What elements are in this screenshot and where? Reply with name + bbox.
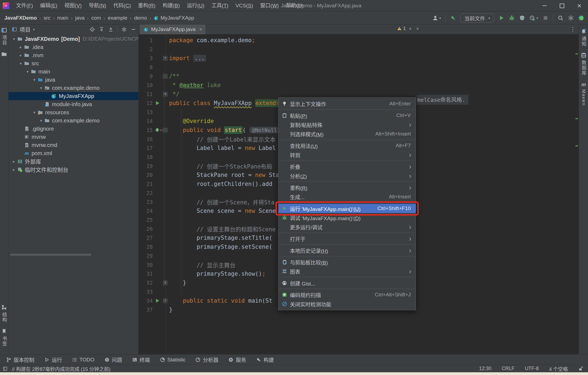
toolwindow-button-Maven[interactable]: mMaven <box>581 81 587 108</box>
context-menu-item[interactable]: 关闭实时检测功能 <box>278 299 416 309</box>
build-hammer-button[interactable] <box>450 15 456 21</box>
run-gutter-icon[interactable] <box>156 299 159 303</box>
tree-item-.idea[interactable]: ▸.idea <box>8 43 138 51</box>
editor-options-icon[interactable]: ⋮ <box>569 26 579 33</box>
menu-构建[interactable]: 构建(B) <box>159 0 183 11</box>
chevron-down-icon[interactable]: ▾ <box>38 86 44 90</box>
toolwindow-button-commit-toolwindow-icon[interactable] <box>1 51 7 57</box>
chevron-down-icon[interactable]: ▾ <box>31 78 38 82</box>
fold-marker[interactable]: ∨ <box>163 92 167 96</box>
context-menu-item[interactable]: 转到› <box>278 150 416 159</box>
tree-item-resources[interactable]: ▾resources <box>8 108 138 116</box>
ide-features-button[interactable] <box>578 15 584 21</box>
run-button[interactable] <box>498 15 504 21</box>
chevron-down-icon[interactable]: ▾ <box>17 61 24 66</box>
context-menu-item[interactable]: 打开于› <box>278 234 416 243</box>
chevron-down-icon[interactable]: ▾ <box>38 118 44 123</box>
context-menu-item[interactable]: 分析(Z)› <box>278 171 416 180</box>
breadcrumb-item[interactable]: src <box>44 15 50 21</box>
fold-marker[interactable]: - <box>163 128 167 132</box>
tree-item-MyJavaFXApp[interactable]: CMyJavaFXApp <box>8 92 138 100</box>
chevron-right-icon[interactable]: ▸ <box>17 45 24 49</box>
chevron-down-icon[interactable]: ▾ <box>24 69 31 74</box>
tab-myjavafxapp[interactable]: C MyJavaFXApp.java × <box>140 24 206 34</box>
status-message[interactable]: // 构建在 2秒87毫秒内成功完成 (15 分钟之前) <box>12 365 111 372</box>
toolwindow-button-构建[interactable]: 构建 <box>256 356 274 363</box>
toolwindow-button-终端[interactable]: 终端 <box>132 356 150 363</box>
override-gutter-icon[interactable]: I <box>155 128 159 132</box>
menu-VCS[interactable]: VCS(S) <box>232 0 256 11</box>
context-menu-item[interactable]: 显示上下文操作Alt+Enter <box>278 99 416 108</box>
context-menu-item[interactable]: 调试 'MyJavaFXApp.main()'(D) <box>278 213 416 222</box>
settings-icon[interactable] <box>121 27 127 32</box>
next-warning-icon[interactable]: ∨ <box>415 26 420 31</box>
run-configuration-combo[interactable]: 当前文件▾ <box>460 13 494 23</box>
menu-导航[interactable]: 导航(N) <box>85 0 110 11</box>
toolwindow-button-项目[interactable]: 项目 <box>1 27 8 47</box>
inspections-widget[interactable]: 1 ∧ ∨ <box>397 26 420 31</box>
tree-item-mvnw[interactable]: mvnw <box>8 133 138 141</box>
unlock-icon[interactable] <box>578 366 583 371</box>
close-button[interactable]: × <box>571 0 588 11</box>
toolwindow-button-问题[interactable]: 问题 <box>104 356 122 363</box>
user-button[interactable]: ▾ <box>432 15 441 21</box>
context-menu-item[interactable]: 图表› <box>278 267 416 276</box>
settings-button[interactable] <box>568 15 574 21</box>
profile-button[interactable] <box>519 15 525 21</box>
chevron-down-icon[interactable]: ▾ <box>31 110 38 115</box>
coverage-button[interactable]: ▾ <box>529 15 538 21</box>
context-menu-item[interactable]: 粘贴(P)Ctrl+V <box>278 111 416 120</box>
hide-icon[interactable] <box>131 27 136 32</box>
context-menu-item[interactable]: 本地历史记录(H)› <box>278 246 416 255</box>
context-menu-item[interactable]: 编码规约扫描Ctrl+Alt+Shift+J <box>278 290 416 299</box>
toolwindow-button-运行[interactable]: 运行 <box>44 356 62 363</box>
toolwindow-button-Statistic[interactable]: Statistic <box>160 357 186 363</box>
context-menu-item[interactable]: 生成...Alt+Insert <box>278 192 416 201</box>
breadcrumb-item[interactable]: example <box>108 15 127 21</box>
tree-item-.mvn[interactable]: ▸.mvn <box>8 51 138 59</box>
tree-item-JavaFXDemo[interactable]: ▾JavaFXDemo[Demo]D:\IDEAProjects\JCNCPro… <box>8 35 138 43</box>
tree-item-main[interactable]: ▾main <box>8 67 138 76</box>
collapse-all-icon[interactable] <box>108 27 114 32</box>
toolwindow-button-TODO[interactable]: TODO <box>72 357 94 363</box>
context-menu-item[interactable]: 重构(R)› <box>278 183 416 192</box>
toolwindow-button-版本控制[interactable]: 版本控制 <box>6 356 34 363</box>
tree-item-pom.xml[interactable]: mpom.xml <box>8 149 138 157</box>
breadcrumb-leaf[interactable]: CMyJavaFXApp <box>154 15 194 21</box>
menu-重构[interactable]: 重构(R) <box>134 0 159 11</box>
context-menu-item[interactable]: 查找用法(U)Alt+F7 <box>278 141 416 150</box>
menu-运行[interactable]: 运行(U) <box>183 0 208 11</box>
fold-marker[interactable]: + <box>163 56 167 60</box>
tree-item-com.example.demo[interactable]: ▾com.example.demo <box>8 116 138 125</box>
menu-窗口[interactable]: 窗口(W) <box>257 0 283 11</box>
chevron-right-icon[interactable]: ▸ <box>11 167 17 172</box>
expand-all-icon[interactable] <box>99 27 104 32</box>
chevron-down-icon[interactable]: ▾ <box>11 37 17 41</box>
tree-item-src[interactable]: ▾src <box>8 59 138 67</box>
menu-编辑[interactable]: 编辑(E) <box>36 0 61 11</box>
menu-代码[interactable]: 代码(C) <box>110 0 134 11</box>
tree-item-com.example.demo[interactable]: ▾com.example.demo <box>8 84 138 92</box>
minimize-button[interactable] <box>536 0 553 11</box>
breadcrumb-item[interactable]: demo <box>134 15 147 21</box>
toolwindow-button-服务[interactable]: 服务 <box>228 356 246 363</box>
toolwindow-button-数据库[interactable]: 数据库 <box>580 52 587 78</box>
menu-工具[interactable]: 工具(T) <box>208 0 232 11</box>
maximize-button[interactable] <box>553 0 571 11</box>
menu-文件[interactable]: 文件(F) <box>13 0 36 11</box>
toolwindow-button-分析器[interactable]: 分析器 <box>195 356 218 363</box>
debug-button[interactable] <box>509 15 515 21</box>
project-horizontal-scrollbar[interactable] <box>10 254 91 256</box>
context-menu-item[interactable]: 创建 Gist... <box>278 278 416 288</box>
toolwindow-button-书签[interactable]: 书签 <box>1 328 8 348</box>
run-gutter-icon[interactable] <box>156 101 159 105</box>
error-stripe[interactable] <box>575 34 579 354</box>
close-tab-icon[interactable]: × <box>199 27 202 32</box>
context-menu-item[interactable]: 复制/粘贴特殊› <box>278 120 416 129</box>
breadcrumb-item[interactable]: com <box>91 15 101 21</box>
fold-marker[interactable]: ∨ <box>163 281 167 285</box>
search-button[interactable] <box>558 15 564 21</box>
tree-item-.gitignore[interactable]: .gitignore <box>8 125 138 133</box>
stop-button[interactable] <box>543 15 549 21</box>
project-view-selector[interactable]: 项目 ▾ <box>12 26 35 33</box>
